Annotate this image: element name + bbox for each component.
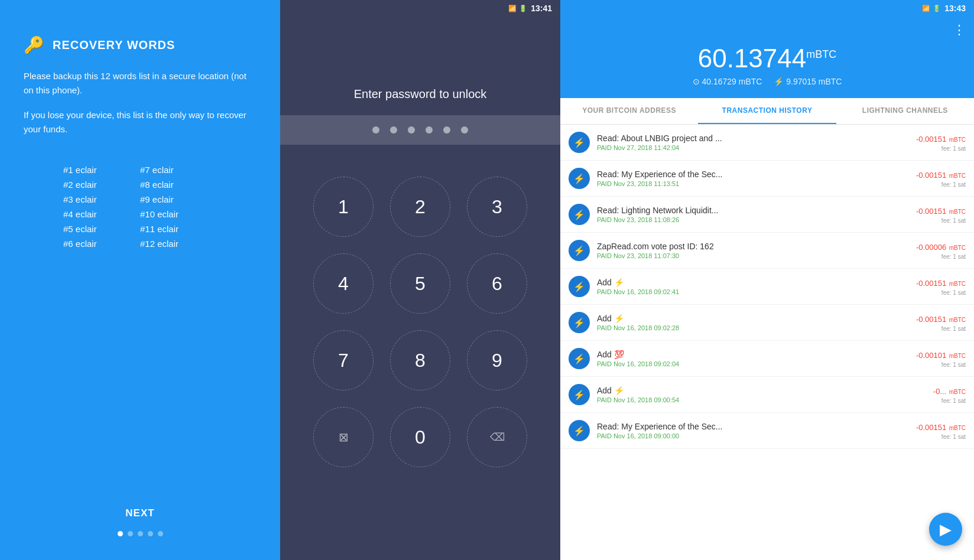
- transaction-item-7[interactable]: ⚡ Add ⚡ PAID Nov 16, 2018 09:00:54 -0...…: [560, 377, 974, 413]
- transaction-item-8[interactable]: ⚡ Read: My Experience of the Sec... PAID…: [560, 413, 974, 449]
- tx-amount-value-4: -0.00151 mBTC: [916, 278, 966, 288]
- tx-amount-number-5: -0.00151: [916, 315, 946, 324]
- tx-amount-value-5: -0.00151 mBTC: [916, 314, 966, 324]
- dot-5: [158, 531, 163, 536]
- tx-title-2: Read: Lighting Network Liquidit...: [597, 206, 909, 215]
- status-icons-3: 📶 🔋: [922, 5, 941, 12]
- key-3[interactable]: 3: [459, 168, 535, 245]
- tx-fee-4: fee: 1 sat: [916, 289, 966, 296]
- tx-fee-8: fee: 1 sat: [916, 434, 966, 440]
- key-9[interactable]: 9: [459, 322, 535, 399]
- tx-info-6: Add 💯 PAID Nov 16, 2018 09:02:04: [597, 350, 909, 367]
- tx-title-3: ZapRead.com vote post ID: 162: [597, 242, 909, 251]
- recovery-desc1: Please backup this 12 words list in a se…: [24, 69, 257, 97]
- transaction-list: ⚡ Read: About LNBIG project and ... PAID…: [560, 125, 974, 560]
- tx-fee-0: fee: 1 sat: [916, 145, 966, 152]
- transaction-item-4[interactable]: ⚡ Add ⚡ PAID Nov 16, 2018 09:02:41 -0.00…: [560, 269, 974, 305]
- page-dots: [24, 531, 257, 536]
- key-5[interactable]: 5: [382, 245, 459, 322]
- tx-title-0: Read: About LNBIG project and ...: [597, 134, 909, 143]
- recovery-title: RECOVERY WORDS: [53, 38, 175, 52]
- tx-amount-unit-0: mBTC: [949, 136, 966, 143]
- key-6[interactable]: 6: [459, 245, 535, 322]
- send-fab-button[interactable]: ▶: [929, 513, 962, 546]
- transaction-item-1[interactable]: ⚡ Read: My Experience of the Sec... PAID…: [560, 161, 974, 197]
- word-right-6: #12 eclair: [140, 239, 217, 249]
- dot-1: [118, 531, 123, 536]
- pin-dot-5: [443, 126, 450, 134]
- tx-amount-number-4: -0.00151: [916, 279, 946, 288]
- tx-amount-0: -0.00151 mBTC fee: 1 sat: [916, 134, 966, 152]
- recovery-words-grid: #1 eclair#7 eclair#2 eclair#8 eclair#3 e…: [63, 165, 217, 249]
- tx-amount-unit-7: mBTC: [949, 389, 966, 395]
- tx-date-3: PAID Nov 23, 2018 11:07:30: [597, 252, 909, 259]
- pin-display: [280, 115, 560, 145]
- balance-value: 60.13744: [698, 44, 807, 73]
- tx-fee-5: fee: 1 sat: [916, 325, 966, 332]
- tx-date-0: PAID Nov 27, 2018 11:42:04: [597, 144, 909, 151]
- tx-fee-2: fee: 1 sat: [916, 217, 966, 224]
- key-8[interactable]: 8: [382, 322, 459, 399]
- key-icon: 🔑: [24, 35, 44, 55]
- tab-bitcoin-address[interactable]: YOUR BITCOIN ADDRESS: [560, 98, 698, 124]
- tx-title-6: Add 💯: [597, 350, 909, 359]
- transaction-item-6[interactable]: ⚡ Add 💯 PAID Nov 16, 2018 09:02:04 -0.00…: [560, 341, 974, 377]
- status-bar-2: 📶 🔋 13:41: [280, 0, 560, 17]
- word-left-5: #5 eclair: [63, 224, 140, 234]
- tx-fee-6: fee: 1 sat: [916, 362, 966, 368]
- transaction-item-0[interactable]: ⚡ Read: About LNBIG project and ... PAID…: [560, 125, 974, 161]
- recovery-header: 🔑 RECOVERY WORDS: [24, 35, 257, 55]
- wallet-header: ⋮ 60.13744mBTC ⊙ 40.16729 mBTC ⚡ 9.97015…: [560, 17, 974, 98]
- tx-title-7: Add ⚡: [597, 386, 926, 395]
- balance-unit: mBTC: [806, 48, 836, 60]
- word-right-3: #9 eclair: [140, 194, 217, 204]
- onchain-balance: ⊙ 40.16729 mBTC: [693, 77, 762, 86]
- tx-amount-number-7: -0...: [933, 387, 946, 396]
- bitcoin-icon: ⊙: [693, 77, 700, 86]
- tx-amount-6: -0.00101 mBTC fee: 1 sat: [916, 350, 966, 368]
- tx-icon-2: ⚡: [569, 204, 590, 225]
- transaction-item-5[interactable]: ⚡ Add ⚡ PAID Nov 16, 2018 09:02:28 -0.00…: [560, 305, 974, 341]
- word-left-2: #2 eclair: [63, 180, 140, 190]
- key-1[interactable]: 1: [305, 168, 382, 245]
- tx-amount-number-0: -0.00151: [916, 135, 946, 144]
- transaction-item-3[interactable]: ⚡ ZapRead.com vote post ID: 162 PAID Nov…: [560, 233, 974, 269]
- key-2[interactable]: 2: [382, 168, 459, 245]
- key-clear[interactable]: ⊠: [305, 399, 382, 476]
- tx-amount-2: -0.00151 mBTC fee: 1 sat: [916, 206, 966, 224]
- tx-amount-number-2: -0.00151: [916, 207, 946, 216]
- key-4[interactable]: 4: [305, 245, 382, 322]
- tx-icon-6: ⚡: [569, 348, 590, 369]
- status-icons-2: 📶 🔋: [508, 5, 527, 12]
- tx-amount-3: -0.00006 mBTC fee: 1 sat: [916, 242, 966, 260]
- screen-password-unlock: 📶 🔋 13:41 Enter password to unlock 1 2 3…: [280, 0, 560, 560]
- menu-dots-button[interactable]: ⋮: [953, 22, 966, 38]
- word-left-4: #4 eclair: [63, 209, 140, 219]
- tab-bar: YOUR BITCOIN ADDRESS TRANSACTION HISTORY…: [560, 98, 974, 125]
- tx-info-8: Read: My Experience of the Sec... PAID N…: [597, 422, 909, 439]
- pin-dot-4: [426, 126, 433, 134]
- lightning-value: 9.97015 mBTC: [786, 77, 842, 86]
- tab-transaction-history[interactable]: TRANSACTION HISTORY: [698, 98, 836, 124]
- tx-amount-4: -0.00151 mBTC fee: 1 sat: [916, 278, 966, 296]
- transaction-item-2[interactable]: ⚡ Read: Lighting Network Liquidit... PAI…: [560, 197, 974, 233]
- key-7[interactable]: 7: [305, 322, 382, 399]
- signal-icon: 📶: [508, 5, 517, 12]
- tx-date-1: PAID Nov 23, 2018 11:13:51: [597, 180, 909, 187]
- tx-date-2: PAID Nov 23, 2018 11:08:26: [597, 216, 909, 223]
- tx-title-1: Read: My Experience of the Sec...: [597, 170, 909, 179]
- tx-icon-5: ⚡: [569, 312, 590, 333]
- key-0[interactable]: 0: [382, 399, 459, 476]
- tx-icon-4: ⚡: [569, 276, 590, 297]
- tx-amount-value-1: -0.00151 mBTC: [916, 170, 966, 180]
- key-backspace[interactable]: ⌫: [459, 399, 535, 476]
- dot-4: [148, 531, 153, 536]
- tx-amount-unit-8: mBTC: [949, 425, 966, 431]
- tx-info-7: Add ⚡ PAID Nov 16, 2018 09:00:54: [597, 386, 926, 403]
- tab-lightning-channels[interactable]: LIGHTNING CHANNELS: [836, 98, 974, 124]
- numpad: 1 2 3 4 5 6 7 8 9 ⊠ 0 ⌫: [305, 168, 535, 476]
- tx-info-1: Read: My Experience of the Sec... PAID N…: [597, 170, 909, 187]
- next-button[interactable]: NEXT: [24, 484, 257, 519]
- screen-transaction-history: 📶 🔋 13:43 ⋮ 60.13744mBTC ⊙ 40.16729 mBTC…: [560, 0, 974, 560]
- word-right-4: #10 eclair: [140, 209, 217, 219]
